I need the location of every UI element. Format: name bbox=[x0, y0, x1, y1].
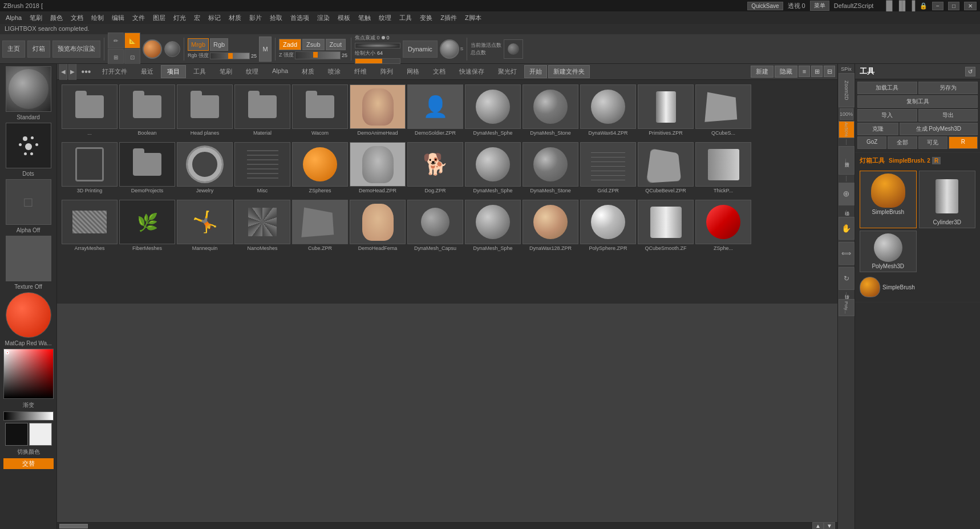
canvas-area[interactable] bbox=[57, 304, 837, 523]
polymesh3d-card[interactable]: PolyMesh3D bbox=[860, 231, 917, 272]
brush-preview[interactable] bbox=[6, 66, 51, 112]
view-icon-1[interactable]: ≡ bbox=[799, 66, 810, 77]
thumb-item[interactable]: ... bbox=[62, 84, 118, 136]
rotate-month-btn[interactable]: 旋转月... bbox=[839, 146, 855, 175]
thumb-item[interactable]: Grid.ZPR bbox=[580, 142, 636, 193]
menu-item-灯光[interactable]: 灯光 bbox=[170, 13, 189, 23]
quicksave-btn[interactable]: QuickSave bbox=[747, 2, 783, 10]
thumb-item[interactable]: QCubeS... bbox=[695, 84, 751, 136]
view-icon-3[interactable]: ⊟ bbox=[824, 66, 835, 77]
thumb-item[interactable]: Primitives.ZPR bbox=[638, 84, 694, 136]
menu-item-标记[interactable]: 标记 bbox=[205, 13, 224, 23]
thumb-item[interactable]: ZSphe... bbox=[695, 200, 751, 251]
thumb-item[interactable]: Head planes bbox=[177, 84, 233, 136]
menu-item-渲染[interactable]: 渲染 bbox=[314, 13, 333, 23]
view-icon-2[interactable]: ⊞ bbox=[811, 66, 823, 77]
lb-tab-工具[interactable]: 工具 bbox=[187, 65, 212, 78]
zcut-btn[interactable]: Zcut bbox=[326, 39, 346, 50]
draw-active-btn[interactable]: 📐 bbox=[124, 33, 140, 49]
m-btn[interactable]: M bbox=[259, 37, 272, 62]
thumb-item[interactable]: DynaMesh_Sphe bbox=[465, 200, 521, 251]
texture-preview[interactable] bbox=[6, 236, 51, 281]
menu-item-编辑[interactable]: 编辑 bbox=[108, 13, 128, 23]
thumb-item[interactable]: ThickP... bbox=[695, 142, 751, 193]
menu-item-笔触[interactable]: 笔触 bbox=[355, 13, 374, 23]
menu-item-Alpha[interactable]: Alpha bbox=[2, 13, 25, 22]
thumb-item[interactable]: 🐕Dog.ZPR bbox=[407, 142, 463, 193]
gradient-bar[interactable] bbox=[3, 411, 54, 421]
minimize-btn[interactable]: − bbox=[932, 2, 943, 10]
menu-item-首选项[interactable]: 首选项 bbox=[287, 13, 313, 23]
menu-item-图层[interactable]: 图层 bbox=[149, 13, 169, 23]
clone-btn[interactable]: 克隆 bbox=[857, 123, 898, 135]
lb-tab-纤维[interactable]: 纤维 bbox=[348, 65, 373, 78]
menu-item-模板[interactable]: 模板 bbox=[334, 13, 354, 23]
lb-tab-喷涂[interactable]: 喷涂 bbox=[322, 65, 347, 78]
editable-btn[interactable]: 可见 bbox=[918, 136, 947, 149]
scale-btn[interactable]: ⟺ bbox=[839, 242, 855, 265]
lb-tab-笔刷[interactable]: 笔刷 bbox=[213, 65, 238, 78]
z-strength-slider[interactable] bbox=[295, 51, 341, 59]
menu-item-变换[interactable]: 变换 bbox=[416, 13, 436, 23]
poly-btn[interactable]: Poly... bbox=[839, 299, 855, 316]
lb-tab-快速保存[interactable]: 快速保存 bbox=[453, 65, 491, 78]
zoom-percent[interactable]: 100% bbox=[840, 108, 853, 120]
start-btn[interactable]: 开始 bbox=[524, 65, 547, 78]
draw-lasso-btn[interactable]: ⊡ bbox=[124, 49, 140, 65]
menu-item-工具[interactable]: 工具 bbox=[396, 13, 415, 23]
camera-icon[interactable] bbox=[440, 39, 459, 59]
scroll-down-btn[interactable]: ▼ bbox=[824, 522, 835, 530]
draw-sym-btn[interactable]: ⊞ bbox=[108, 49, 124, 65]
thumb-item[interactable]: Material bbox=[234, 84, 290, 136]
thumb-item[interactable]: NanoMeshes bbox=[234, 200, 290, 251]
hide-btn[interactable]: 隐藏 bbox=[775, 66, 797, 78]
thumb-item[interactable]: 🤸Mannequin bbox=[177, 200, 233, 251]
thumb-item[interactable]: QCubeBevel.ZPR bbox=[638, 142, 694, 193]
all-btn[interactable]: 全部 bbox=[888, 136, 917, 149]
cylinder3d-card[interactable]: Cylinder3D bbox=[919, 171, 976, 228]
color-picker[interactable] bbox=[3, 349, 54, 399]
menu-item-宏[interactable]: 宏 bbox=[191, 13, 204, 23]
thumb-item[interactable]: DemoHeadFema bbox=[350, 200, 406, 251]
menu-item-Z脚本[interactable]: Z脚本 bbox=[461, 13, 485, 23]
menu-btn[interactable]: 菜单 bbox=[810, 1, 829, 11]
new-btn[interactable]: 新建 bbox=[751, 66, 774, 78]
lb-tab-纹理[interactable]: 纹理 bbox=[240, 65, 265, 78]
menu-item-材质[interactable]: 材质 bbox=[225, 13, 245, 23]
menu-item-文档[interactable]: 文档 bbox=[67, 13, 87, 23]
maximize-btn[interactable]: □ bbox=[948, 2, 959, 10]
lb-tab-Alpha[interactable]: Alpha bbox=[266, 65, 294, 78]
thumb-item[interactable]: DynaMesh_Capsu bbox=[407, 200, 463, 251]
export-btn[interactable]: 导出 bbox=[918, 109, 978, 122]
thumb-item[interactable]: ZSpheres bbox=[292, 142, 348, 193]
ac50-btn[interactable]: Ac50% bbox=[839, 121, 855, 138]
lb-tab-打开文件[interactable]: 打开文件 bbox=[96, 65, 133, 78]
color-ball[interactable] bbox=[143, 39, 162, 59]
focal-slider[interactable] bbox=[355, 43, 400, 49]
main-page-btn[interactable]: 主页 bbox=[2, 41, 25, 58]
thumb-item[interactable]: DynaWax128.ZPR bbox=[523, 200, 578, 251]
zoom2d-btn[interactable]: Zoom2D bbox=[839, 73, 855, 107]
new-folder-btn[interactable]: 新建文件夹 bbox=[548, 65, 590, 78]
r-btn[interactable]: R bbox=[932, 157, 941, 164]
simple-brush-bottom-icon[interactable] bbox=[860, 277, 880, 297]
lb-tab-聚光灯[interactable]: 聚光灯 bbox=[492, 65, 523, 78]
mrgb-btn[interactable]: Mrgb bbox=[188, 38, 209, 51]
menu-item-笔刷[interactable]: 笔刷 bbox=[26, 13, 46, 23]
save-as-btn[interactable]: 另存为 bbox=[918, 82, 978, 94]
draw-size-slider[interactable] bbox=[355, 58, 400, 64]
lb-tab-阵列[interactable]: 阵列 bbox=[374, 65, 399, 78]
lb-tab-文档[interactable]: 文档 bbox=[427, 65, 452, 78]
lightbox-btn[interactable]: 灯箱 bbox=[27, 41, 50, 58]
preview-render-btn[interactable]: 预览布尔渲染 bbox=[52, 41, 100, 58]
menu-item-Z插件[interactable]: Z插件 bbox=[437, 13, 460, 23]
thumb-item[interactable]: DynaMesh_Stone bbox=[523, 84, 578, 136]
material-preview[interactable] bbox=[6, 292, 51, 338]
lb-tab-项目[interactable]: 项目 bbox=[161, 65, 186, 78]
simple-brush-card[interactable]: SimpleBrush bbox=[860, 171, 917, 228]
menu-item-拾取[interactable]: 拾取 bbox=[266, 13, 286, 23]
rgb-btn[interactable]: Rgb bbox=[210, 38, 228, 51]
dynamic-btn[interactable]: Dynamic bbox=[403, 41, 438, 58]
menu-item-文件[interactable]: 文件 bbox=[129, 13, 148, 23]
menu-item-颜色[interactable]: 颜色 bbox=[47, 13, 66, 23]
